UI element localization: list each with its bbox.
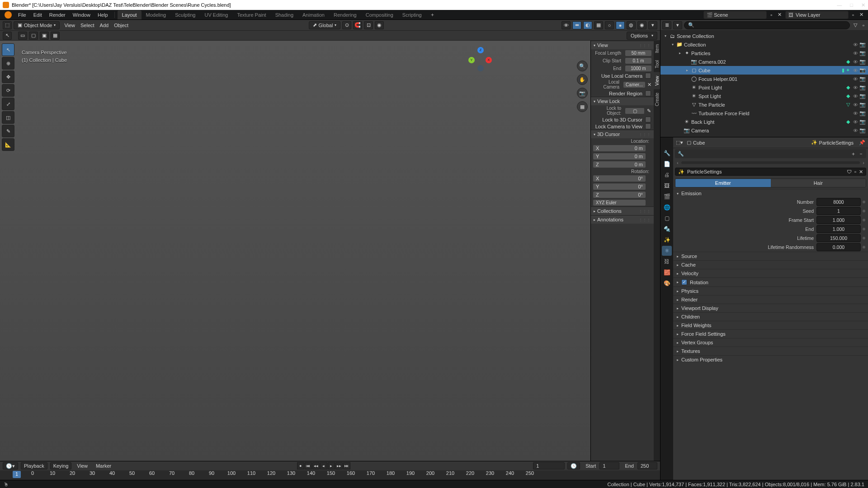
unlink-datablock-button[interactable]: ✕	[859, 169, 863, 175]
visibility-toggle[interactable]: 👁	[852, 128, 859, 133]
particle-system-list[interactable]: 🔧 ＋ －	[675, 149, 866, 158]
props-tab-10[interactable]: ⛓	[662, 257, 672, 267]
mode-dropdown[interactable]: ▣ Object Mode ▾	[14, 21, 60, 29]
workspace-sculpting[interactable]: Sculpting	[170, 10, 200, 19]
vp-menu-select[interactable]: Select	[78, 23, 97, 28]
lifetime-random-field[interactable]: 0.000	[816, 243, 861, 251]
jump-start-button[interactable]: ⏮	[305, 462, 312, 469]
section-physics[interactable]: ▸Physics	[673, 286, 868, 295]
outliner-item-back-light[interactable]: ☀Back Light◆👁📷	[660, 117, 868, 126]
scene-new-button[interactable]: ▫	[769, 12, 774, 18]
npanel-tab-tool[interactable]: Tool	[654, 56, 660, 72]
props-tab-12[interactable]: 🎨	[662, 278, 672, 288]
gizmo-y[interactable]: Y	[468, 57, 475, 63]
cursor-ry-field[interactable]: Y0°	[593, 183, 646, 190]
section-force-field-settings[interactable]: ▸Force Field Settings	[673, 329, 868, 338]
shading-wire-button[interactable]: ○	[605, 21, 614, 29]
transform-tool[interactable]: ◫	[2, 111, 14, 124]
maximize-button[interactable]: □	[850, 2, 853, 8]
props-tab-9[interactable]: ⚛	[662, 246, 672, 256]
props-tab-6[interactable]: ▢	[662, 213, 672, 223]
shading-opts-button[interactable]: ▾	[648, 21, 657, 29]
cursor-x-field[interactable]: X0 m	[593, 145, 646, 152]
pin-icon[interactable]: 📌	[859, 140, 865, 145]
render-region-checkbox[interactable]	[645, 90, 651, 96]
menu-render[interactable]: Render	[46, 10, 69, 19]
fake-user-button[interactable]: 🛡	[847, 169, 852, 174]
view-panel-header[interactable]: ▾View⋮⋮⋮	[591, 41, 654, 49]
section-viewport-display[interactable]: ▸Viewport Display	[673, 304, 868, 312]
use-local-camera-checkbox[interactable]	[645, 73, 651, 79]
outliner-new-collection[interactable]: ▫	[861, 23, 866, 28]
number-field[interactable]: 8000	[816, 198, 861, 206]
outliner-root[interactable]: ▾🗂 Scene Collection	[660, 32, 868, 40]
lifetime-field[interactable]: 150.000	[816, 234, 861, 242]
visibility-toggle[interactable]: 👁	[852, 102, 859, 108]
outliner-display-button[interactable]: ▾	[673, 21, 682, 29]
timeline-track[interactable]: 1 01020304050607080901001101201301401501…	[0, 470, 660, 480]
new-datablock-button[interactable]: ▫	[854, 169, 856, 174]
workspace-shading[interactable]: Shading	[271, 10, 298, 19]
visibility-toggle[interactable]: 👁	[852, 76, 859, 82]
gizmo-x[interactable]: X	[486, 57, 492, 63]
outliner-item-focus-helper-001[interactable]: ◯Focus Helper.001👁📷	[660, 75, 868, 83]
section-custom-properties[interactable]: ▸Custom Properties	[673, 355, 868, 364]
clip-start-field[interactable]: 0.1 m	[625, 57, 652, 64]
playhead[interactable]: 1	[13, 471, 21, 478]
outliner-item-collection[interactable]: ▾📁Collection👁📷	[660, 40, 868, 49]
viewlayer-del-button[interactable]: ✕	[858, 12, 865, 18]
lock-camera-view-checkbox[interactable]	[645, 123, 651, 129]
outliner-item-turbulence-force-field[interactable]: 〰Turbulence Force Field👁📷	[660, 109, 868, 117]
render-toggle[interactable]: 📷	[859, 84, 866, 90]
props-tab-7[interactable]: 🔩	[662, 224, 672, 234]
outliner-item-the-particle[interactable]: ▽The Particle▽👁📷	[660, 100, 868, 109]
particle-settings-name[interactable]: ✨ ParticleSettings 🛡 ▫ ✕	[675, 168, 866, 176]
shading-matprev-button[interactable]: ◍	[627, 21, 636, 29]
prev-key-button[interactable]: ◂◂	[312, 462, 320, 469]
viewlayer-new-button[interactable]: ▫	[850, 12, 856, 18]
playback-menu[interactable]: Playback	[21, 462, 47, 469]
visibility-toggle[interactable]: 👁	[852, 94, 859, 99]
props-tab-8[interactable]: ✨	[662, 235, 672, 245]
lock-object-eyedrop[interactable]: ✎	[646, 108, 652, 114]
frame-start-field[interactable]: 1.000	[816, 216, 861, 224]
local-camera-field[interactable]: Camer...	[623, 81, 646, 88]
outliner-item-spot-light[interactable]: ☀Spot Light◆👁📷	[660, 92, 868, 100]
select-box-tool[interactable]: ↖	[2, 43, 14, 56]
vp-menu-object[interactable]: Object	[111, 23, 131, 28]
timeline-view-menu[interactable]: View	[74, 463, 90, 469]
outliner-type-button[interactable]: ≣	[662, 21, 671, 29]
viewlayer-selector[interactable]: 🖼 View Layer	[785, 11, 849, 19]
annotate-tool[interactable]: ✎	[2, 125, 14, 137]
add-workspace-button[interactable]: ＋	[426, 9, 439, 20]
workspace-animation[interactable]: Animation	[298, 10, 329, 19]
zoom-icon[interactable]: 🔍	[577, 61, 588, 71]
cursor-tool[interactable]: ⊕	[2, 57, 14, 70]
pan-icon[interactable]: ✋	[577, 74, 588, 85]
section-textures[interactable]: ▸Textures	[673, 347, 868, 355]
workspace-rendering[interactable]: Rendering	[329, 10, 361, 19]
emitter-seg[interactable]: Emitter	[675, 179, 771, 187]
cursor-y-field[interactable]: Y0 m	[593, 153, 646, 160]
workspace-uv-editing[interactable]: UV Editing	[200, 10, 232, 19]
gizmo-toggle-button[interactable]: ⬌	[572, 21, 581, 29]
timeline-editor-button[interactable]: 🕓▾	[3, 462, 18, 469]
3d-viewport[interactable]: ↖ ⊕ ✥ ⟳ ⤢ ◫ ✎ 📐 Camera Perspective (1) C…	[0, 41, 660, 461]
props-tab-5[interactable]: 🌐	[662, 202, 672, 212]
scene-selector[interactable]: 🎬 Scene	[703, 11, 767, 19]
annotations-panel-header[interactable]: ▸Annotations⋮⋮⋮	[591, 215, 654, 224]
workspace-modeling[interactable]: Modeling	[142, 10, 171, 19]
end-frame-field[interactable]: 250	[637, 462, 657, 469]
section-source[interactable]: ▸Source	[673, 252, 868, 260]
outliner-search[interactable]: 🔍	[684, 21, 850, 29]
visibility-toggle[interactable]: 👁	[852, 136, 859, 137]
menu-file[interactable]: File	[14, 10, 30, 19]
prop-edit-button[interactable]: ◉	[375, 21, 384, 29]
frame-end-field[interactable]: 1.000	[816, 225, 861, 233]
outliner-filter-button[interactable]: ▽	[852, 22, 859, 28]
section-vertex-groups[interactable]: ▸Vertex Groups	[673, 338, 868, 347]
outliner-item-camera-001[interactable]: 📷Camera.001◆👁📷	[660, 135, 868, 137]
focal-length-field[interactable]: 50 mm	[625, 50, 652, 56]
vp-menu-view[interactable]: View	[61, 23, 78, 28]
rotate-tool[interactable]: ⟳	[2, 84, 14, 97]
